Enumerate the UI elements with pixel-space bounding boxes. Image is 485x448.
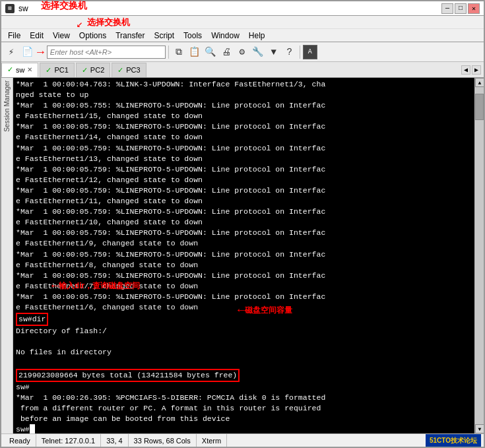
tabs-container: ✓ sw ✕ ✓ PC1 ✓ PC2 ✓ PC3 ◀ ▶ [1,62,484,78]
status-ready: Ready [4,434,36,447]
title-bar: ⊞ sw 选择交换机 — □ ✕ [1,1,484,16]
terminal-output: *Mar 1 00:00:04.763: %LINK-3-UPDOWN: Int… [16,79,472,433]
tab-pc3-label: PC3 [126,66,140,74]
annotation-bar: 选择交换机 ↙ [1,16,484,29]
status-position: 33, 4 [101,434,128,447]
tab-pc3[interactable]: ✓ PC3 [112,63,146,77]
toolbar-separator-2 [300,46,300,59]
terminal[interactable]: *Mar 1 00:00:04.763: %LINK-3-UPDOWN: Int… [13,78,474,433]
main-area: Session Manager *Mar 1 00:00:04.763: %LI… [1,78,484,433]
status-terminal-text: Xterm [202,437,221,445]
properties-icon[interactable]: 🔧 [251,45,265,59]
menu-view[interactable]: View [49,30,74,41]
chat-icon[interactable]: ▼ [267,45,281,59]
extra-icon[interactable]: A [303,45,317,59]
menu-file[interactable]: File [4,30,24,41]
help-icon[interactable]: ? [282,45,297,59]
status-terminal: Xterm [197,434,227,447]
menu-script[interactable]: Script [150,30,178,41]
tab-pc2-label: PC2 [90,66,104,74]
window-icon: ⊞ [5,4,15,13]
status-ready-text: Ready [9,437,30,445]
disk-space-highlight: 2199023089664 bytes total (134211584 byt… [16,369,240,382]
menu-edit[interactable]: Edit [26,30,48,41]
scroll-up-button[interactable]: ▲ [475,78,484,87]
tab-pc3-check: ✓ [117,66,123,75]
status-bar: Ready Telnet: 127.0.0.1 33, 4 33 Rows, 6… [1,433,484,447]
tab-sw-close[interactable]: ✕ [27,66,32,73]
session-manager-label: Session Manager [3,80,11,132]
status-dimensions-text: 33 Rows, 68 Cols [134,437,191,445]
session-manager-panel: Session Manager [1,78,13,433]
status-logo: 51CTO技术论坛 [426,434,481,447]
tab-pc2[interactable]: ✓ PC2 [76,63,110,77]
tab-pc1-check: ✓ [46,66,51,75]
terminal-wrapper: *Mar 1 00:00:04.763: %LINK-3-UPDOWN: Int… [13,78,474,433]
menu-transfer[interactable]: Transfer [112,30,148,41]
menu-bar: File Edit View Options Transfer Script T… [1,29,484,42]
menu-tools[interactable]: Tools [179,30,206,41]
paste-icon[interactable]: 📋 [187,45,202,59]
toolbar: ⚡ 📄 → ⧉ 📋 🔍 🖨 ⚙ 🔧 ▼ ? A [1,42,484,62]
annotation-select-label: 选择交换机 [41,0,87,12]
toolbar-separator-1 [168,46,169,59]
status-logo-text: 51CTO技术论坛 [430,436,477,445]
status-position-text: 33, 4 [106,437,122,445]
title-bar-controls[interactable]: — □ ✕ [441,3,480,14]
menu-help[interactable]: Help [245,30,269,41]
tab-pc1-label: PC1 [54,66,68,74]
menu-options[interactable]: Options [75,30,110,41]
maximize-button[interactable]: □ [455,3,467,14]
tab-next-button[interactable]: ▶ [472,65,481,75]
copy-icon[interactable]: ⧉ [172,45,186,59]
new-session-icon[interactable]: 📄 [20,45,34,59]
host-input[interactable] [47,46,166,59]
status-telnet: Telnet: 127.0.0.1 [36,434,101,447]
print-icon[interactable]: 🖨 [219,45,234,59]
tab-pc1[interactable]: ✓ PC1 [40,63,74,77]
minimize-button[interactable]: — [441,3,453,14]
menu-window[interactable]: Window [207,30,243,41]
annotation-select-text: 选择交换机 [87,16,130,28]
tab-sw-label: sw [16,66,24,74]
status-dimensions: 33 Rows, 68 Cols [129,434,197,447]
tab-prev-button[interactable]: ◀ [461,65,470,75]
window-title: sw [18,4,28,13]
title-bar-left: ⊞ sw [5,4,28,13]
tab-pc2-check: ✓ [82,66,88,75]
scroll-down-button[interactable]: ▼ [475,424,484,433]
lightning-icon[interactable]: ⚡ [4,45,18,59]
close-button[interactable]: ✕ [468,3,480,14]
arrow-host-icon: → [37,46,44,59]
main-window: ⊞ sw 选择交换机 — □ ✕ 选择交换机 ↙ File Edit View … [0,0,485,448]
scroll-track[interactable] [475,87,484,424]
status-telnet-text: Telnet: 127.0.0.1 [42,437,95,445]
settings-icon[interactable]: ⚙ [235,45,249,59]
scrollbar[interactable]: ▲ ▼ [474,78,484,433]
tab-navigation: ◀ ▶ [461,65,484,75]
tab-sw[interactable]: ✓ sw ✕ [1,63,38,77]
find-icon[interactable]: 🔍 [203,45,218,59]
cursor [30,424,35,433]
arrow-select-icon: ↙ [77,17,83,30]
tab-sw-check: ✓ [7,65,13,74]
dir-command-highlight: sw#dir [16,313,48,326]
scroll-thumb[interactable] [475,94,484,120]
